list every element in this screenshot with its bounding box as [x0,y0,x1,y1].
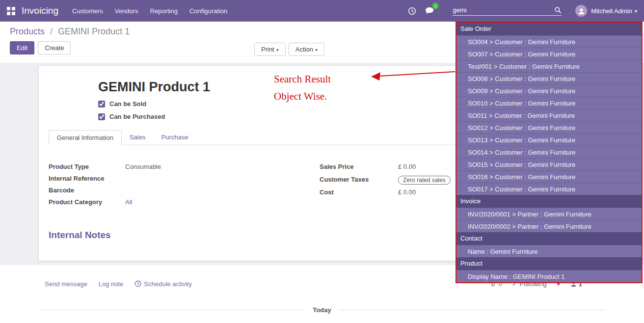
field-label: Product Category [49,198,125,206]
menu-reporting[interactable]: Reporting [150,7,178,15]
print-caret-icon: ▾ [276,47,279,53]
search-result-item[interactable]: SO017 > Customer : Gemini Furniture [456,183,642,195]
annotation-note: Search Result Object Wise. [274,71,331,105]
customer-tax-tag[interactable]: Zero rated sales [398,176,451,185]
field-internal-reference: Internal Reference [49,175,274,184]
apps-grid-icon[interactable] [7,7,15,15]
product-category-link[interactable]: All [125,198,132,206]
can-be-sold-checkbox[interactable] [98,101,105,108]
menu-vendors[interactable]: Vendors [115,7,138,15]
tab-purchase[interactable]: Purchase [153,130,196,145]
annotation-line-2: Object Wise. [274,88,331,105]
annotation-line-1: Search Result [274,71,331,88]
search-group-header-invoice: Invoice [456,195,642,208]
log-note-button[interactable]: Log note [99,280,124,288]
search-result-item[interactable]: SO011 > Customer : Gemini Furniture [456,109,642,121]
field-label: Product Type [49,163,125,170]
field-label: Sales Price [320,163,398,170]
search-group-header-sale-order: Sale Order [456,23,642,35]
field-value: £ 0.00 [398,163,416,170]
breadcrumb-current: GEMINI Product 1 [58,27,130,36]
action-menus: Print▾ Action▾ [254,43,324,56]
tab-general-information[interactable]: General Information [49,130,122,145]
search-result-item[interactable]: SO009 > Customer : Gemini Furniture [456,84,642,97]
search-result-item[interactable]: SO008 > Customer : Gemini Furniture [456,72,642,84]
can-be-sold-row[interactable]: Can be Sold [98,100,146,108]
search-result-item[interactable]: SO014 > Customer : Gemini Furniture [456,146,642,158]
field-label: Barcode [49,187,125,194]
search-results-dropdown: Sale Order SO004 > Customer : Gemini Fur… [456,22,643,283]
top-navbar: Invoicing Customers Vendors Reporting Co… [0,0,644,22]
search-result-item[interactable]: SO004 > Customer : Gemini Furniture [456,35,642,48]
main-menu-bar: Customers Vendors Reporting Configuratio… [72,7,239,15]
user-menu-caret-icon: ▾ [635,8,637,14]
search-result-item[interactable]: INV/2020/0001 > Partner : Gemini Furnitu… [456,208,642,220]
field-label: Customer Taxes [320,176,398,183]
invoicing-app-window: Invoicing Customers Vendors Reporting Co… [0,0,644,323]
can-be-purchased-checkbox[interactable] [98,113,105,120]
search-icon[interactable] [554,6,562,14]
print-menu-label: Print [261,46,274,53]
search-input[interactable] [453,6,554,14]
today-divider: Today [39,306,605,314]
edit-button[interactable]: Edit [10,41,34,54]
messages-count-badge: 1 [432,2,439,9]
search-result-item[interactable]: SO015 > Customer : Gemini Furniture [456,158,642,170]
field-label: Cost [320,188,398,196]
can-be-sold-label: Can be Sold [109,100,146,108]
search-result-item[interactable]: SO010 > Customer : Gemini Furniture [456,97,642,109]
field-value: £ 0.00 [398,188,416,196]
field-barcode: Barcode [49,187,274,196]
action-caret-icon: ▾ [315,47,318,53]
messages-icon[interactable]: 1 [423,4,436,17]
navbar-search-box [453,6,562,16]
divider-line [339,310,605,310]
search-result-item[interactable]: Test/001 > Customer : Gemini Furniture [456,60,642,72]
activities-clock-icon[interactable] [405,4,418,17]
menu-configuration[interactable]: Configuration [189,7,227,15]
divider-line [39,310,305,310]
user-avatar[interactable] [575,5,587,17]
send-message-button[interactable]: Send message [45,280,87,288]
search-result-item[interactable]: SO016 > Customer : Gemini Furniture [456,170,642,183]
search-result-item[interactable]: SO013 > Customer : Gemini Furniture [456,134,642,146]
search-result-item[interactable]: INV/2020/0002 > Partner : Gemini Furnitu… [456,220,642,232]
search-group-header-product: Product [456,257,642,270]
field-label: Internal Reference [49,175,125,182]
user-menu[interactable]: Mitchell Admin [591,7,632,15]
schedule-activity-clock-icon [134,280,141,287]
search-result-item[interactable]: Display Name : GEMINI Product 1 [456,270,642,282]
can-be-purchased-row[interactable]: Can be Purchased [98,113,165,120]
action-menu-label: Action [295,46,313,53]
search-result-item[interactable]: SO007 > Customer : Gemini Furniture [456,48,642,60]
app-name[interactable]: Invoicing [22,5,58,16]
search-group-header-contact: Contact [456,232,642,245]
today-label: Today [305,306,339,314]
breadcrumb-separator: / [50,27,53,36]
navbar-right-section: 1 Mitchell Admin ▾ [405,4,637,17]
search-result-item[interactable]: SO012 > Customer : Gemini Furniture [456,121,642,134]
tab-sales[interactable]: Sales [122,130,154,145]
print-menu-button[interactable]: Print▾ [254,43,286,56]
can-be-purchased-label: Can be Purchased [109,113,165,120]
field-value: Consumable [125,163,161,170]
schedule-activity-label: Schedule activity [144,280,192,288]
action-menu-button[interactable]: Action▾ [289,43,324,56]
search-result-item[interactable]: Name : Gemini Furniture [456,245,642,257]
fields-left-column: Product Type Consumable Internal Referen… [49,163,274,210]
menu-customers[interactable]: Customers [72,7,103,15]
field-product-type: Product Type Consumable [49,163,274,172]
schedule-activity-button[interactable]: Schedule activity [134,280,192,288]
annotation-arrow [369,68,457,82]
create-button[interactable]: Create [38,41,71,54]
field-product-category: Product Category All [49,198,274,208]
breadcrumb-products-link[interactable]: Products [10,27,45,36]
